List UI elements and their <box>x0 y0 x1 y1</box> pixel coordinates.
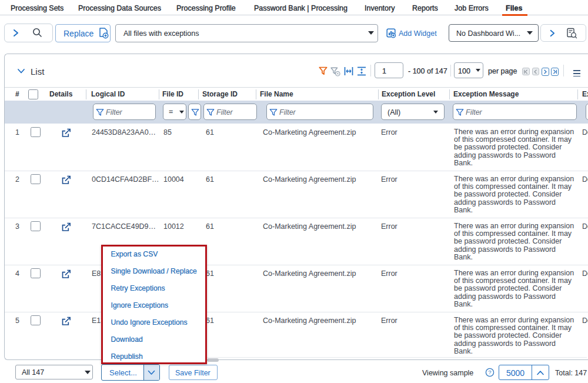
svg-text:?: ? <box>488 369 491 375</box>
